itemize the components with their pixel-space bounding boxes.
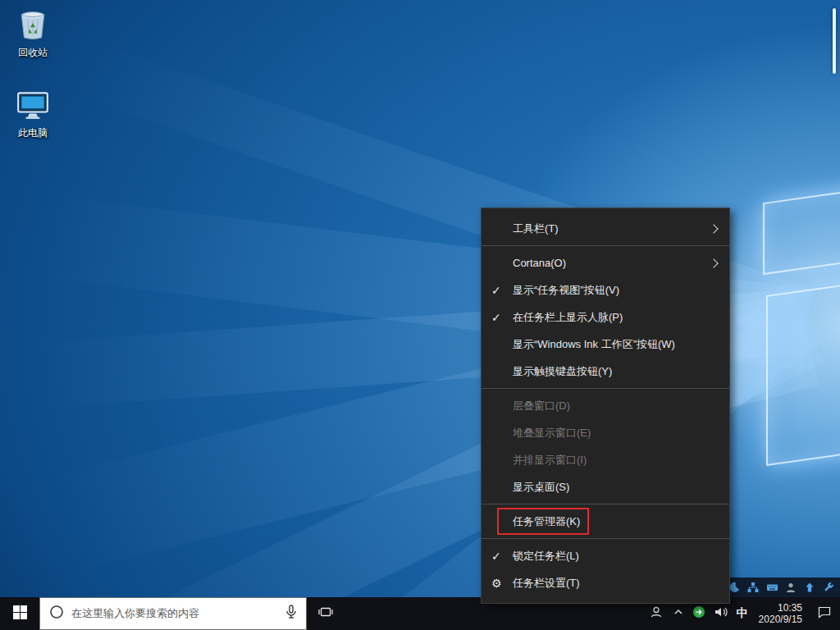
menu-item-label: 显示“任务视图”按钮(V) [513,283,719,298]
menu-item-label: 堆叠显示窗口(E) [513,426,719,441]
clock-date: 2020/9/15 [759,614,802,625]
menu-item[interactable]: 任务管理器(K) [482,508,729,535]
menu-item: 堆叠显示窗口(E) [482,419,729,446]
desktop-icon-label: 回收站 [18,46,48,60]
menu-item-label: 显示桌面(S) [513,480,719,495]
speaker-icon [714,605,728,622]
keyboard-icon[interactable] [765,581,778,594]
menu-item[interactable]: ✓显示“任务视图”按钮(V) [482,276,729,304]
clock[interactable]: 10:35 2020/9/15 [752,597,809,630]
desktop-icon-recycle-bin[interactable]: 回收站 [7,7,59,60]
submenu-arrow-icon [709,224,718,233]
menu-item: 并排显示窗口(I) [482,446,729,473]
taskbar-search-input[interactable]: 在这里输入你要搜索的内容 [39,597,307,630]
menu-item[interactable]: 显示触摸键盘按钮(Y) [482,358,729,385]
menu-item-label: Cortana(O) [513,257,710,269]
menu-item[interactable]: ✓锁定任务栏(L) [482,542,729,569]
menu-item-label: 锁定任务栏(L) [513,549,719,564]
menu-separator [482,504,729,504]
desktop-icon-label: 此电脑 [18,126,48,140]
menu-separator [482,245,729,246]
chevron-up-icon [673,606,684,621]
action-center-button[interactable] [809,597,840,630]
menu-item-label: 工具栏(T) [513,221,710,236]
menu-item-label: 显示“Windows Ink 工作区”按钮(W) [513,337,719,352]
windows-logo-icon [13,605,27,623]
person-icon[interactable] [784,581,797,594]
check-icon: ✓ [491,311,513,324]
task-view-button[interactable] [307,597,345,630]
menu-item-label: 任务栏设置(T) [513,576,719,591]
this-pc-icon [16,87,50,125]
gear-icon: ⚙ [491,577,513,590]
menu-item[interactable]: 显示桌面(S) [482,473,729,500]
people-icon [648,604,664,623]
clock-time: 10:35 [759,602,802,614]
recycle-bin-icon [16,7,50,44]
menu-item-label: 显示触摸键盘按钮(Y) [513,364,719,379]
menu-item[interactable]: 显示“Windows Ink 工作区”按钮(W) [482,331,729,358]
menu-item[interactable]: 工具栏(T) [482,215,729,242]
network-icon[interactable] [746,581,760,594]
task-view-icon [317,604,334,623]
search-circle-icon [48,604,65,623]
wrench-icon[interactable] [822,581,835,594]
menu-item: 层叠窗口(D) [482,392,729,419]
desktop-icon-this-pc[interactable]: 此电脑 [7,87,59,140]
search-placeholder: 在这里输入你要搜索的内容 [71,606,278,621]
taskbar-context-menu: 工具栏(T)Cortana(O)✓显示“任务视图”按钮(V)✓在任务栏上显示人脉… [481,208,730,604]
menu-item[interactable]: Cortana(O) [482,249,729,276]
menu-item-label: 任务管理器(K) [513,514,719,529]
check-icon: ✓ [491,550,513,563]
brightness-slider[interactable] [833,8,836,74]
menu-item-label: 在任务栏上显示人脉(P) [513,310,719,325]
arrow-up-icon[interactable] [803,581,816,594]
ime-indicator[interactable]: 中 [733,597,752,630]
check-icon: ✓ [491,284,513,297]
menu-item[interactable]: ✓在任务栏上显示人脉(P) [482,304,729,331]
menu-item-label: 并排显示窗口(I) [513,453,719,468]
tray-overflow-strip [721,578,840,597]
menu-separator [482,388,729,389]
notification-icon [817,605,832,623]
antivirus-icon [692,605,705,622]
menu-item[interactable]: ⚙任务栏设置(T) [482,569,729,596]
menu-separator [482,538,729,539]
microphone-icon[interactable] [285,605,298,623]
start-button[interactable] [0,597,39,630]
submenu-arrow-icon [709,258,718,267]
menu-item-label: 层叠窗口(D) [513,399,719,413]
